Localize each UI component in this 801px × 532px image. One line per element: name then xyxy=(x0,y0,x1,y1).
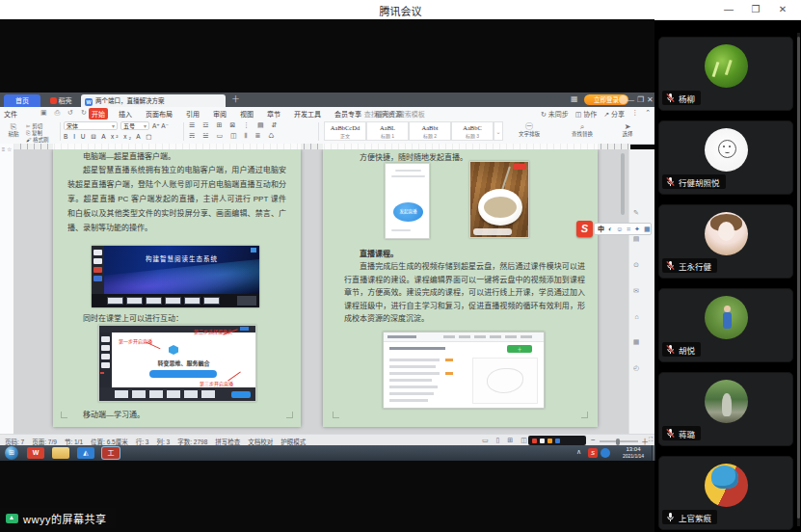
style-heading1[interactable]: AaBL标题 1 xyxy=(366,121,409,141)
taskbar-meeting-icon[interactable]: ◭ xyxy=(77,447,94,459)
menu-review[interactable]: 审阅 xyxy=(210,108,229,120)
filmstrip-thumb xyxy=(201,390,215,398)
wps-maximize-icon[interactable]: ❐ xyxy=(637,93,644,106)
close-icon[interactable]: ✕ xyxy=(774,2,791,17)
coop-button[interactable]: ◫ 协作 xyxy=(575,109,598,119)
filmstrip-thumb xyxy=(165,297,181,305)
sogou-ime-bar[interactable]: S 中 ◐ ☺ ⌗ ✦ ▦ xyxy=(576,221,652,238)
sogou-tray-icon[interactable]: S xyxy=(588,448,598,458)
taskbar-clock[interactable]: 13:04 2021/1/14 xyxy=(615,446,652,460)
show-desktop-button[interactable] xyxy=(652,445,655,461)
paragraph-icons-row1[interactable]: ☰ ☲ ⊞ ⊠ ⋮ ▤ ⇵ xyxy=(189,121,280,129)
meeting-window: 腾讯会议 — ❐ ✕ 首页 稻壳 W两个端口，直播解决方案 ＋ ▦ 立即登录 —… xyxy=(0,0,801,532)
chevron-down-icon: ▾ xyxy=(112,122,115,131)
taskbar-active-app-icon[interactable]: 工 xyxy=(102,447,120,459)
participant-tile[interactable]: 杨柳 xyxy=(658,37,793,111)
font-format-icons[interactable]: B I U ⊟ A x² x₂ A ▢ xyxy=(64,133,153,141)
floating-dock[interactable] xyxy=(528,436,586,445)
font-size-select[interactable]: 五号▾ xyxy=(120,121,149,130)
participant-tile[interactable]: 上官紫痕 xyxy=(658,456,793,530)
participant-name-chip: 行健胡照悦 xyxy=(662,174,726,189)
zoom-out-icon[interactable]: − xyxy=(591,436,596,444)
live-badge xyxy=(513,164,526,170)
ime-toolbar[interactable]: 中 ◐ ☺ ⌗ ✦ ▦ xyxy=(594,223,652,235)
screen-share-icon xyxy=(6,514,18,523)
style-heading3[interactable]: AaBbC标题 3 xyxy=(451,121,494,141)
left-sidebar[interactable]: ≡ ☆ xyxy=(0,144,14,434)
menu-reference[interactable]: 引用 xyxy=(183,108,202,120)
wps-tab-document[interactable]: W两个端口，直播解决方案 xyxy=(81,94,226,107)
fullscreen-icon[interactable]: ⛶ xyxy=(649,437,653,443)
sidebar-scrollbar-thumb[interactable] xyxy=(797,37,800,519)
quick-access-icons[interactable]: ▣ ⎙ ↺ ↻ xyxy=(40,109,90,117)
minimize-icon[interactable]: — xyxy=(720,2,737,17)
participant-tile[interactable]: 行健胡照悦 xyxy=(658,120,793,195)
style-heading2[interactable]: AaBbt标题 2 xyxy=(409,121,451,141)
mic-muted-icon xyxy=(665,93,676,103)
avatar-detail xyxy=(718,222,734,241)
participant-tile[interactable]: 胡悦 xyxy=(658,288,793,362)
cut-button[interactable]: ✂ 剪切 xyxy=(26,123,59,130)
taskbar-wps-icon[interactable]: W xyxy=(27,447,44,459)
find-replace-button[interactable]: ⌕ 查找替换 xyxy=(564,122,601,138)
text-typeset-button[interactable]: ㊀ 文字排版 xyxy=(511,122,547,138)
green-create-button: ＋ xyxy=(507,345,532,353)
paragraph-icons-row2[interactable]: ☴ ☱ ▭ ◫ ⫴ ≣ ♺ xyxy=(189,132,278,140)
maximize-icon[interactable]: ❐ xyxy=(747,2,764,17)
shared-screen[interactable]: 首页 稻壳 W两个端口，直播解决方案 ＋ ▦ 立即登录 — ❐ ✕ 文件 ▣ ⎙… xyxy=(0,19,654,532)
view-mode-icons[interactable]: ▭ ▯ ⊞ ◫ xyxy=(482,437,530,444)
menu-section[interactable]: 章节 xyxy=(264,108,283,120)
share-button[interactable]: ↗ 分享 xyxy=(603,109,625,119)
red-arrow xyxy=(147,342,161,350)
wps-close-icon[interactable]: ✕ xyxy=(647,93,654,106)
menu-devtools[interactable]: 开发工具 xyxy=(291,108,324,120)
document-scrollbar[interactable] xyxy=(621,153,625,215)
cursor-icon: ➤ xyxy=(613,122,642,131)
more-icon[interactable]: ⋮ xyxy=(631,109,638,119)
nav-tab-placeholder xyxy=(505,335,517,338)
document-canvas[interactable]: 电脑端—超星直播客户端。 超星智慧直播系统拥有独立的电脑客户端，用户通过电脑安装… xyxy=(13,149,654,434)
ime-mode-chinese[interactable]: 中 xyxy=(598,226,605,232)
wps-minimize-icon[interactable]: — xyxy=(627,93,634,106)
zoom-slider-thumb[interactable] xyxy=(616,439,620,445)
styles-more-icon[interactable]: ⌄ xyxy=(494,121,503,141)
paste-button[interactable]: ⎘ 粘贴 xyxy=(3,122,24,138)
file-menu[interactable]: 文件 xyxy=(4,109,17,119)
font-name-select[interactable]: 宋体▾ xyxy=(64,121,118,130)
sogou-logo-icon[interactable]: S xyxy=(576,221,593,237)
tray-expand-icon[interactable]: ∧ xyxy=(576,448,581,456)
right-tool-strip[interactable]: ✎ ▤ ⊙ ✉ ⌂ ▦ ◴ xyxy=(628,149,654,434)
format-painter-button[interactable]: 🖌 格式刷 xyxy=(26,137,59,144)
embedded-screenshot-steps: 第一步开启直播 第二步选择摄像头 转变思维、服务融合 第三步开启直播 xyxy=(98,325,256,402)
taskbar-explorer-icon[interactable] xyxy=(52,447,69,459)
embedded-screenshot-livestream xyxy=(469,161,529,238)
tray-app-icon[interactable] xyxy=(601,448,610,458)
apps-grid-icon[interactable]: ▦ xyxy=(571,94,578,103)
wps-tab-docker[interactable]: 稻壳 xyxy=(44,94,77,107)
slide-title: 转变思维、服务融合 xyxy=(112,359,255,367)
participant-tile[interactable]: 蒋璐 xyxy=(658,372,793,446)
select-button[interactable]: ➤ 选择 xyxy=(613,122,642,138)
list-line xyxy=(389,386,438,388)
style-normal[interactable]: AaBbCcDd正文 xyxy=(324,121,366,141)
login-button[interactable]: 立即登录 xyxy=(584,94,628,105)
menu-start[interactable]: 开始 xyxy=(89,108,108,120)
menu-layout[interactable]: 页面布局 xyxy=(143,108,175,120)
document-page-right[interactable]: 方便快捷，随时随地发起直播。 发起直播 直播课程。 直播完成后生成的视频 xyxy=(323,149,598,427)
start-button[interactable]: ⊞ xyxy=(5,446,18,460)
copy-button[interactable]: ⎘ 复制 xyxy=(26,130,59,137)
menu-insert[interactable]: 插入 xyxy=(116,108,135,120)
ime-tool-icons[interactable]: ◐ ☺ ⌗ ✦ ▦ xyxy=(608,226,652,232)
sketch-graphic xyxy=(487,368,523,393)
sync-status[interactable]: ↻ 未同步 xyxy=(541,109,569,119)
collapse-ribbon-icon[interactable]: ⌃ xyxy=(645,109,651,119)
participant-tile[interactable]: 王永行健 xyxy=(658,204,793,279)
font-grow-shrink-icons[interactable]: A⁺ A⁻ xyxy=(152,122,169,130)
menu-view[interactable]: 视图 xyxy=(237,108,256,120)
new-tab-icon[interactable]: ＋ xyxy=(231,93,240,106)
filmstrip-thumb xyxy=(203,297,220,305)
command-search[interactable]: ⌕ 查找命令、搜索模板 xyxy=(359,109,425,119)
filmstrip-thumb xyxy=(149,390,163,398)
wps-tab-home[interactable]: 首页 xyxy=(4,94,40,107)
document-page-left[interactable]: 电脑端—超星直播客户端。 超星智慧直播系统拥有独立的电脑客户端，用户通过电脑安装… xyxy=(53,149,301,427)
